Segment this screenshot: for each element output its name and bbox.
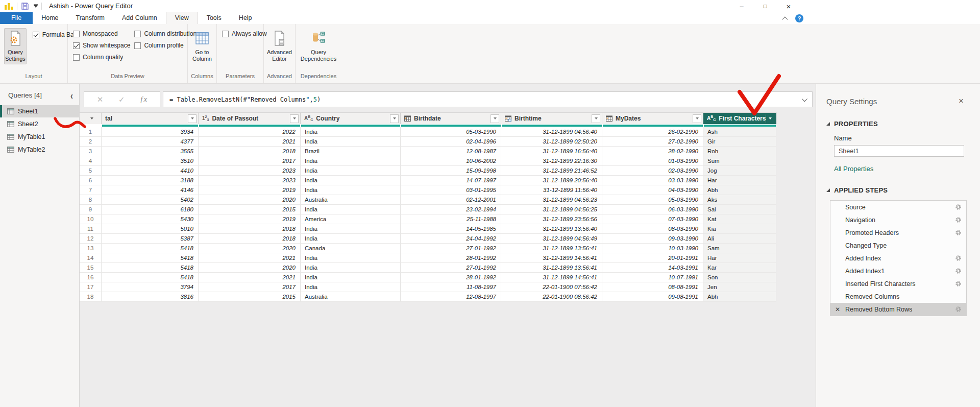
row-number[interactable]: 11 [80,224,102,234]
filter-dropdown-icon[interactable] [491,114,499,123]
grid-cell-total[interactable]: 5387 [102,234,199,244]
grid-cell-country[interactable]: India [301,176,401,185]
all-properties-link[interactable]: All Properties [834,165,970,173]
filter-dropdown-icon[interactable] [390,114,399,123]
grid-cell-passout[interactable]: 2021 [199,137,301,147]
grid-cell-mydates[interactable]: 10-07-1991 [602,273,703,282]
applied-step-added-index1[interactable]: ✕Added Index1 [830,265,966,277]
grid-cell-mydates[interactable]: 03-03-1990 [602,176,703,185]
grid-cell-mydates[interactable]: 06-03-1990 [602,205,703,214]
grid-cell-birthdate[interactable]: 11-08-1997 [401,282,501,292]
grid-cell-passout[interactable]: 2018 [199,224,301,234]
grid-cell-mydates[interactable]: 14-03-1991 [602,263,703,273]
tab-tools[interactable]: Tools [198,12,230,24]
grid-cell-mydates[interactable]: 10-03-1990 [602,244,703,253]
grid-cell-country[interactable]: India [301,263,401,273]
grid-cell-birthdate[interactable]: 05-03-1990 [401,127,501,137]
row-number[interactable]: 9 [80,205,102,214]
applied-step-added-index[interactable]: ✕Added Index [830,252,966,265]
row-number[interactable]: 6 [80,176,102,185]
grid-cell-mydates[interactable]: 27-02-1990 [602,137,703,147]
close-settings-pane-icon[interactable]: × [959,96,964,106]
grid-cell-birthtime[interactable]: 22-01-1900 08:56:42 [501,292,602,302]
grid-cell-total[interactable]: 3794 [102,282,199,292]
grid-cell-birthtime[interactable]: 31-12-1899 04:56:25 [501,205,602,214]
grid-cell-total[interactable]: 5010 [102,224,199,234]
table-menu-icon[interactable] [89,117,93,119]
grid-cell-passout[interactable]: 2020 [199,195,301,205]
row-number[interactable]: 7 [80,185,102,195]
grid-cell-total[interactable]: 3555 [102,147,199,156]
column-quality-checkbox[interactable]: Column quality [73,54,130,61]
grid-cell-country[interactable]: India [301,273,401,282]
applied-step-removed-columns[interactable]: ✕Removed Columns [830,290,966,303]
tab-add-column[interactable]: Add Column [113,12,166,24]
grid-cell-birthdate[interactable]: 14-05-1985 [401,224,501,234]
grid-cell-country[interactable]: Canada [301,244,401,253]
row-number[interactable]: 4 [80,156,102,166]
close-button[interactable]: × [777,0,800,12]
grid-cell-total[interactable]: 5418 [102,273,199,282]
grid-cell-total[interactable]: 4146 [102,185,199,195]
grid-cell-passout[interactable]: 2023 [199,166,301,176]
grid-cell-country[interactable]: India [301,137,401,147]
advanced-editor-button[interactable]: AdvancedEditor [266,28,293,64]
save-icon[interactable] [21,2,29,10]
applied-step-removed-bottom-rows[interactable]: ✕Removed Bottom Rows [830,303,966,316]
grid-cell-birthdate[interactable]: 23-02-1994 [401,205,501,214]
row-number[interactable]: 3 [80,147,102,156]
grid-cell-birthdate[interactable]: 15-09-1998 [401,166,501,176]
filter-dropdown-icon[interactable] [592,114,600,123]
grid-cell-total[interactable]: 4377 [102,137,199,147]
grid-cell-firstchars[interactable]: Jog [703,166,776,176]
grid-cell-country[interactable]: India [301,253,401,263]
tab-transform[interactable]: Transform [67,12,114,24]
grid-cell-birthtime[interactable]: 31-12-1899 20:56:40 [501,176,602,185]
grid-cell-total[interactable]: 3510 [102,156,199,166]
maximize-button[interactable]: □ [753,0,777,12]
grid-cell-birthdate[interactable]: 10-06-2002 [401,156,501,166]
grid-cell-birthdate[interactable]: 12-08-1987 [401,147,501,156]
grid-cell-firstchars[interactable]: Aks [703,195,776,205]
column-header-birthdate[interactable]: Birthdate [401,112,501,124]
grid-cell-birthdate[interactable]: 28-01-1992 [401,253,501,263]
grid-cell-birthdate[interactable]: 28-01-1992 [401,273,501,282]
filter-dropdown-icon[interactable] [693,114,701,123]
grid-cell-passout[interactable]: 2019 [199,185,301,195]
grid-cell-passout[interactable]: 2015 [199,205,301,214]
gear-icon[interactable] [955,255,962,261]
grid-cell-country[interactable]: Australia [301,292,401,302]
cancel-formula-icon[interactable]: ✕ [97,95,104,104]
grid-cell-birthdate[interactable]: 02-12-2001 [401,195,501,205]
grid-cell-mydates[interactable]: 20-01-1991 [602,253,703,263]
go-to-column-button[interactable]: Go toColumn [189,28,215,64]
grid-cell-total[interactable]: 5402 [102,195,199,205]
grid-cell-total[interactable]: 3188 [102,176,199,185]
applied-step-navigation[interactable]: ✕Navigation [830,213,966,226]
grid-cell-country[interactable]: India [301,205,401,214]
grid-cell-passout[interactable]: 2020 [199,244,301,253]
gear-icon[interactable] [955,280,962,287]
grid-cell-firstchars[interactable]: Sum [703,156,776,166]
gear-icon[interactable] [955,306,962,313]
select-all-corner[interactable] [80,112,102,124]
grid-cell-mydates[interactable]: 04-03-1990 [602,185,703,195]
quick-access-dropdown[interactable] [34,4,38,8]
grid-cell-passout[interactable]: 2017 [199,156,301,166]
grid-cell-birthtime[interactable]: 31-12-1899 02:50:20 [501,137,602,147]
minimize-button[interactable]: – [730,0,753,12]
grid-cell-country[interactable]: America [301,214,401,224]
grid-cell-birthdate[interactable]: 12-08-1997 [401,292,501,302]
grid-cell-firstchars[interactable]: Kat [703,214,776,224]
column-distribution-checkbox[interactable]: Column distribution [134,30,197,37]
grid-cell-firstchars[interactable]: Ash [703,127,776,137]
grid-cell-birthdate[interactable]: 02-04-1996 [401,137,501,147]
grid-cell-firstchars[interactable]: Jen [703,282,776,292]
column-header-mydates[interactable]: MyDates [602,112,703,124]
query-settings-button[interactable]: QuerySettings [4,28,27,64]
grid-cell-birthtime[interactable]: 31-12-1899 13:56:41 [501,263,602,273]
grid-cell-birthtime[interactable]: 31-12-1899 11:56:40 [501,185,602,195]
grid-cell-mydates[interactable]: 07-03-1990 [602,214,703,224]
filter-dropdown-icon[interactable] [290,114,299,123]
properties-section-header[interactable]: PROPERTIES [826,120,970,128]
